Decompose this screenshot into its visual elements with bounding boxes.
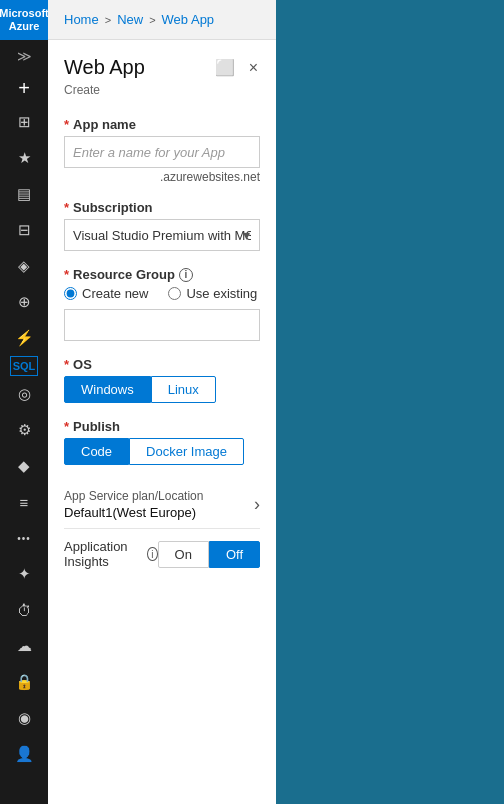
breadcrumb-sep-1: > <box>105 14 111 26</box>
subscription-label: * Subscription <box>64 200 260 215</box>
sidebar-layers-icon[interactable]: ≡ <box>0 484 48 520</box>
os-linux-btn[interactable]: Linux <box>151 376 216 403</box>
panel-actions: ⬜ × <box>213 56 260 79</box>
resource-group-radio-group: Create new Use existing <box>64 286 260 301</box>
os-windows-btn[interactable]: Windows <box>64 376 151 403</box>
sidebar-planet-icon[interactable]: ◎ <box>0 376 48 412</box>
breadcrumb-home[interactable]: Home <box>64 12 99 27</box>
add-button[interactable]: + <box>0 72 48 104</box>
app-insights-off-btn[interactable]: Off <box>209 541 260 568</box>
breadcrumb-sep-2: > <box>149 14 155 26</box>
panel-subtitle: Create <box>48 83 276 109</box>
main-content: Home > New > Web App Web App ⬜ × Create … <box>48 0 276 804</box>
app-insights-on-btn[interactable]: On <box>158 541 209 568</box>
service-plan-value: Default1(West Europe) <box>64 505 203 520</box>
sidebar-resource-icon[interactable]: ▤ <box>0 176 48 212</box>
resource-group-info-icon[interactable]: i <box>179 268 193 282</box>
form-body: * App name .azurewebsites.net * Subscrip… <box>48 109 276 603</box>
sidebar-lightning-icon[interactable]: ⚡ <box>0 320 48 356</box>
resource-group-input[interactable] <box>64 309 260 341</box>
right-decorative-panel <box>276 0 504 804</box>
radio-existing-input[interactable] <box>168 287 181 300</box>
sidebar-globe-icon[interactable]: ⊕ <box>0 284 48 320</box>
os-label: * OS <box>64 357 260 372</box>
app-name-input[interactable] <box>64 136 260 168</box>
radio-create-new[interactable]: Create new <box>64 286 148 301</box>
app-insights-info-icon[interactable]: i <box>147 547 157 561</box>
sidebar-favorites-icon[interactable]: ★ <box>0 140 48 176</box>
topbar: Home > New > Web App <box>48 0 276 40</box>
sidebar-sql-icon[interactable]: SQL <box>10 356 38 376</box>
sidebar-clock-icon[interactable]: ⏱ <box>0 592 48 628</box>
panel-header: Web App ⬜ × <box>48 40 276 83</box>
app-name-suffix: .azurewebsites.net <box>64 170 260 184</box>
radio-use-existing[interactable]: Use existing <box>168 286 257 301</box>
panel-title: Web App <box>64 56 145 79</box>
app-insights-toggle-group: On Off <box>158 541 260 568</box>
sidebar-puzzle-icon[interactable]: ✦ <box>0 556 48 592</box>
sidebar-grid-icon[interactable]: ⊟ <box>0 212 48 248</box>
service-plan-row[interactable]: App Service plan/Location Default1(West … <box>64 481 260 529</box>
sidebar-cube-icon[interactable]: ◈ <box>0 248 48 284</box>
sidebar-user-icon[interactable]: 👤 <box>0 736 48 772</box>
app-name-group: * App name .azurewebsites.net <box>64 117 260 184</box>
required-star-sub: * <box>64 200 69 215</box>
sidebar-circle-icon[interactable]: ◉ <box>0 700 48 736</box>
os-group: * OS Windows Linux <box>64 357 260 403</box>
required-star-os: * <box>64 357 69 372</box>
breadcrumb-webapp[interactable]: Web App <box>162 12 215 27</box>
sidebar-dots-icon[interactable]: ••• <box>0 520 48 556</box>
required-star-app-name: * <box>64 117 69 132</box>
app-insights-label: Application Insights i <box>64 539 158 569</box>
close-button[interactable]: × <box>247 57 260 79</box>
service-plan-label: App Service plan/Location <box>64 489 203 503</box>
sidebar-dashboard-icon[interactable]: ⊞ <box>0 104 48 140</box>
chevron-right-icon: › <box>254 494 260 515</box>
subscription-select[interactable]: Visual Studio Premium with MSDN Pay-As-Y… <box>64 219 260 251</box>
sidebar: Microsoft Azure ≫ + ⊞ ★ ▤ ⊟ ◈ ⊕ ⚡ SQL ◎ … <box>0 0 48 804</box>
subscription-group: * Subscription Visual Studio Premium wit… <box>64 200 260 251</box>
required-star-rg: * <box>64 267 69 282</box>
publish-btn-group: Code Docker Image <box>64 438 260 465</box>
os-btn-group: Windows Linux <box>64 376 260 403</box>
subscription-select-wrapper: Visual Studio Premium with MSDN Pay-As-Y… <box>64 219 260 251</box>
app-insights-row: Application Insights i On Off <box>64 529 260 579</box>
expand-button[interactable]: ≫ <box>0 40 48 72</box>
sidebar-settings-icon[interactable]: ⚙ <box>0 412 48 448</box>
breadcrumb: Home > New > Web App <box>64 12 214 27</box>
create-panel: Web App ⬜ × Create * App name .azurewebs… <box>48 40 276 804</box>
sidebar-lock-icon[interactable]: 🔒 <box>0 664 48 700</box>
breadcrumb-new[interactable]: New <box>117 12 143 27</box>
restore-button[interactable]: ⬜ <box>213 56 237 79</box>
brand-text: Microsoft Azure <box>0 7 49 33</box>
resource-group-group: * Resource Group i Create new Use existi… <box>64 267 260 341</box>
publish-code-btn[interactable]: Code <box>64 438 129 465</box>
brand-logo: Microsoft Azure <box>0 0 48 40</box>
sidebar-cloud-icon[interactable]: ☁ <box>0 628 48 664</box>
publish-label: * Publish <box>64 419 260 434</box>
app-name-label: * App name <box>64 117 260 132</box>
required-star-pub: * <box>64 419 69 434</box>
publish-docker-btn[interactable]: Docker Image <box>129 438 244 465</box>
radio-create-new-input[interactable] <box>64 287 77 300</box>
publish-group: * Publish Code Docker Image <box>64 419 260 465</box>
sidebar-diamond-icon[interactable]: ◆ <box>0 448 48 484</box>
resource-group-label: * Resource Group i <box>64 267 260 282</box>
